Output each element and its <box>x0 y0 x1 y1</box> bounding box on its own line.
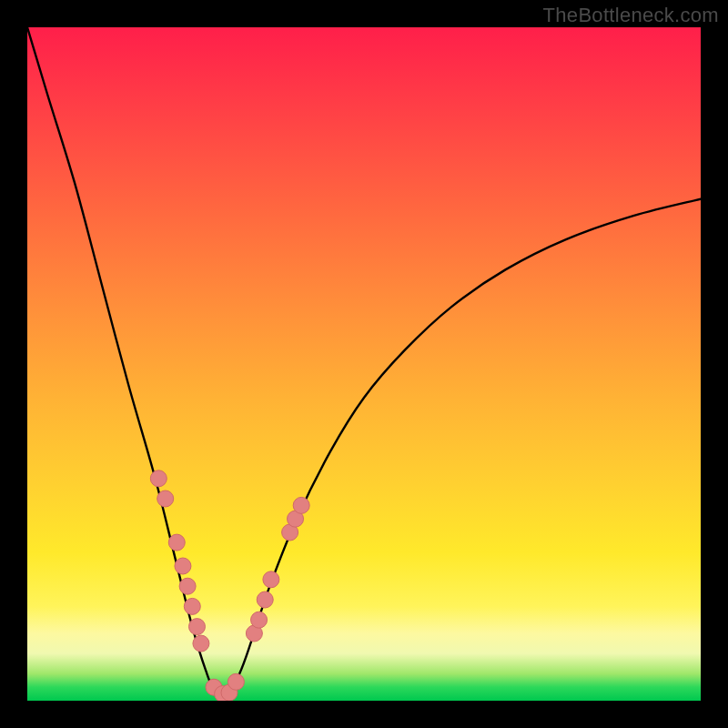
chart-stage: TheBottleneck.com <box>0 0 728 728</box>
curve-marker <box>251 612 268 628</box>
curve-marker <box>257 592 273 608</box>
watermark-text: TheBottleneck.com <box>543 4 719 27</box>
plot-area <box>27 27 701 701</box>
curve-marker <box>150 470 167 487</box>
curve-marker <box>193 635 209 652</box>
curve-marker <box>188 619 205 635</box>
curve-marker <box>168 534 185 551</box>
curve-marker <box>293 497 309 513</box>
curve-marker <box>263 571 279 588</box>
curve-marker <box>175 558 191 574</box>
curve-marker <box>228 673 244 690</box>
curve-markers <box>150 470 309 701</box>
chart-svg <box>27 27 701 701</box>
curve-marker <box>157 490 174 507</box>
curve-marker <box>179 578 196 594</box>
bottleneck-curve <box>27 27 701 697</box>
curve-marker <box>184 598 200 614</box>
